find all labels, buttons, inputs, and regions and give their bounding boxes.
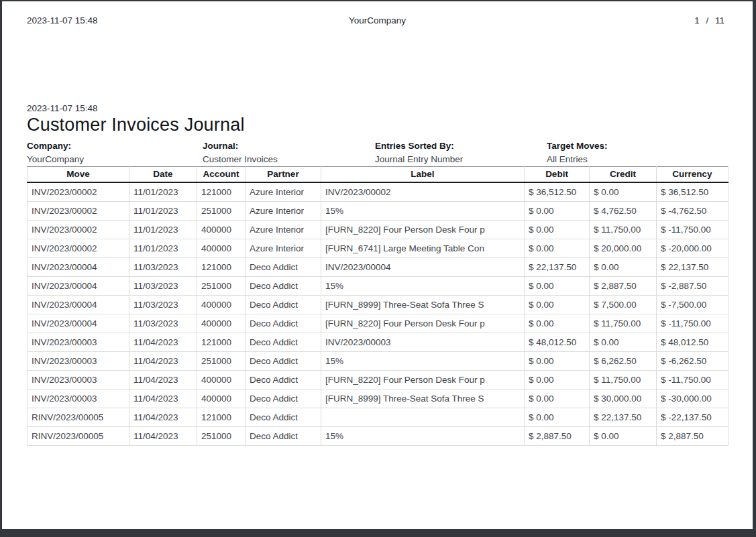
table-cell: $ 0.00 <box>525 390 590 408</box>
table-cell: 11/03/2023 <box>129 258 197 277</box>
table-cell: [FURN_8220] Four Person Desk Four p <box>321 371 525 390</box>
table-cell: $ -22,137.50 <box>657 408 728 427</box>
table-cell: $ 0.00 <box>525 202 590 221</box>
table-cell: 15% <box>321 202 525 221</box>
pdf-header: 2023-11-07 15:48 YourCompany 1 / 11 <box>2 1 753 29</box>
table-cell: 11/01/2023 <box>129 202 197 221</box>
meta-label: Entries Sorted By: <box>375 139 547 153</box>
table-row: INV/2023/0000211/01/2023400000Azure Inte… <box>28 221 728 239</box>
table-cell: $ 0.00 <box>590 182 657 202</box>
table-cell: $ 0.00 <box>590 258 657 277</box>
table-cell: 121000 <box>197 258 246 277</box>
table-cell: $ 22,137.50 <box>590 408 657 427</box>
table-cell: Deco Addict <box>246 296 321 314</box>
table-cell: 11/03/2023 <box>129 296 197 314</box>
table-cell: RINV/2023/00005 <box>28 427 129 446</box>
table-cell: Deco Addict <box>246 277 321 296</box>
table-cell: INV/2023/00002 <box>321 182 525 202</box>
table-cell: $ 4,762.50 <box>590 202 657 221</box>
meta-item-1: Journal:Customer Invoices <box>203 139 375 166</box>
table-cell: 11/04/2023 <box>129 408 197 427</box>
table-row: INV/2023/0000311/04/2023251000Deco Addic… <box>28 352 728 371</box>
table-cell: $ -20,000.00 <box>657 239 728 258</box>
table-cell: 121000 <box>197 182 246 202</box>
table-cell: $ 0.00 <box>525 277 590 296</box>
table-row: INV/2023/0000411/03/2023400000Deco Addic… <box>28 296 728 314</box>
table-cell: Deco Addict <box>246 333 321 352</box>
table-cell: [FURN_8220] Four Person Desk Four p <box>321 314 525 333</box>
table-cell: $ -6,262.50 <box>657 352 728 371</box>
table-cell: 121000 <box>197 408 246 427</box>
table-cell: $ 0.00 <box>525 408 590 427</box>
table-cell: Deco Addict <box>246 258 321 277</box>
table-head: MoveDateAccountPartnerLabelDebitCreditCu… <box>28 167 728 183</box>
table-cell: INV/2023/00004 <box>28 258 129 277</box>
table-row: RINV/2023/0000511/04/2023251000Deco Addi… <box>28 427 728 446</box>
table-cell: $ -11,750.00 <box>657 314 728 333</box>
table-row: INV/2023/0000411/03/2023121000Deco Addic… <box>28 258 728 277</box>
table-cell: $ 22,137.50 <box>657 258 728 277</box>
table-cell: 15% <box>321 277 525 296</box>
table-cell: $ 11,750.00 <box>590 314 657 333</box>
table-cell: 11/01/2023 <box>129 221 197 239</box>
meta-item-2: Entries Sorted By:Journal Entry Number <box>375 139 547 166</box>
meta-label: Journal: <box>203 139 375 153</box>
column-header: Debit <box>525 167 590 183</box>
table-cell: 11/04/2023 <box>129 427 197 446</box>
table-cell: $ 0.00 <box>525 239 590 258</box>
meta-label: Company: <box>27 139 203 153</box>
table-cell: Deco Addict <box>246 352 321 371</box>
table-cell: 251000 <box>197 352 246 371</box>
meta-label: Target Moves: <box>547 139 728 153</box>
table-cell: $ -4,762.50 <box>657 202 728 221</box>
column-header: Credit <box>590 167 657 183</box>
table-cell: 400000 <box>197 314 246 333</box>
table-cell: INV/2023/00003 <box>28 371 129 390</box>
table-cell: 11/04/2023 <box>129 352 197 371</box>
column-header: Date <box>129 167 197 183</box>
meta-item-0: Company:YourCompany <box>27 139 203 166</box>
table-cell: 251000 <box>197 202 246 221</box>
table-cell: INV/2023/00003 <box>28 333 129 352</box>
table-cell: [FURN_8999] Three-Seat Sofa Three S <box>321 390 525 408</box>
table-cell: 11/01/2023 <box>129 182 197 202</box>
table-cell: $ 2,887.50 <box>657 427 728 446</box>
table-cell <box>321 408 525 427</box>
table-cell: $ -11,750.00 <box>657 221 728 239</box>
table-cell: INV/2023/00004 <box>321 258 525 277</box>
table-cell: Deco Addict <box>246 408 321 427</box>
table-cell: $ 11,750.00 <box>590 371 657 390</box>
table-body: INV/2023/0000211/01/2023121000Azure Inte… <box>28 182 728 446</box>
table-cell: $ 0.00 <box>525 296 590 314</box>
table-cell: [FURN_8999] Three-Seat Sofa Three S <box>321 296 525 314</box>
column-header: Move <box>28 167 129 183</box>
meta-value: Customer Invoices <box>203 153 375 166</box>
column-header: Partner <box>246 167 321 183</box>
table-row: INV/2023/0000211/01/2023251000Azure Inte… <box>28 202 728 221</box>
table-cell: $ 2,887.50 <box>525 427 590 446</box>
table-cell: 15% <box>321 352 525 371</box>
table-cell: $ -2,887.50 <box>657 277 728 296</box>
table-cell: $ -30,000.00 <box>657 390 728 408</box>
report-body: 2023-11-07 15:48 Customer Invoices Journ… <box>2 103 753 446</box>
table-cell: 121000 <box>197 333 246 352</box>
table-cell: 400000 <box>197 371 246 390</box>
meta-value: YourCompany <box>27 153 203 166</box>
table-cell: $ 20,000.00 <box>590 239 657 258</box>
table-row: RINV/2023/0000511/04/2023121000Deco Addi… <box>28 408 728 427</box>
table-cell: $ 7,500.00 <box>590 296 657 314</box>
table-cell: $ 0.00 <box>590 427 657 446</box>
table-cell: INV/2023/00002 <box>28 221 129 239</box>
table-cell: INV/2023/00002 <box>28 182 129 202</box>
table-cell: INV/2023/00003 <box>28 352 129 371</box>
header-company: YourCompany <box>2 15 753 25</box>
table-cell: 251000 <box>197 277 246 296</box>
table-cell: $ 22,137.50 <box>525 258 590 277</box>
table-cell: Azure Interior <box>246 182 321 202</box>
table-cell: 11/04/2023 <box>129 333 197 352</box>
table-cell: Deco Addict <box>246 314 321 333</box>
table-cell: [FURN_8220] Four Person Desk Four p <box>321 221 525 239</box>
table-row: INV/2023/0000411/03/2023251000Deco Addic… <box>28 277 728 296</box>
meta-value: All Entries <box>547 153 728 166</box>
table-row: INV/2023/0000211/01/2023400000Azure Inte… <box>28 239 728 258</box>
